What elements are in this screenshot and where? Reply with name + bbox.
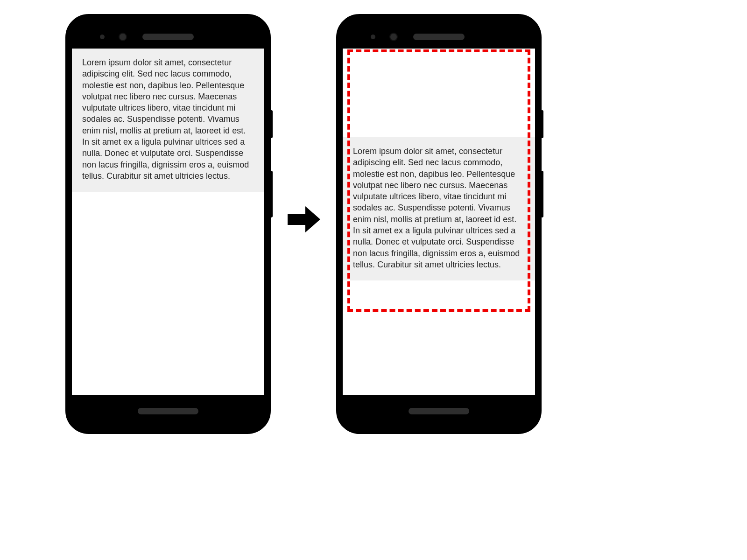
earpiece-speaker-icon [142,34,194,40]
front-camera-icon [119,33,127,41]
content-text-block: Lorem ipsum dolor sit amet, consectetur … [343,137,535,280]
svg-marker-0 [288,206,320,232]
phone-top-bezel [343,21,535,49]
diagram-canvas: Lorem ipsum dolor sit amet, consectetur … [0,0,747,560]
phone-screen-left: Lorem ipsum dolor sit amet, consectetur … [72,49,264,395]
lorem-text: Lorem ipsum dolor sit amet, consectetur … [82,58,249,181]
phone-bottom-bezel [343,395,535,427]
side-button [270,171,273,217]
phone-mockup-left: Lorem ipsum dolor sit amet, consectetur … [65,14,271,434]
phone-bottom-bezel [72,395,264,427]
side-button [541,110,543,138]
lorem-text: Lorem ipsum dolor sit amet, consectetur … [353,147,520,269]
arrow-right-icon [288,205,320,233]
front-camera-icon [389,33,398,41]
phone-body: Lorem ipsum dolor sit amet, consectetur … [343,21,535,427]
phone-mockup-right: Lorem ipsum dolor sit amet, consectetur … [336,14,542,434]
phone-top-bezel [72,21,264,49]
bottom-speaker-icon [409,408,469,414]
content-text-block: Lorem ipsum dolor sit amet, consectetur … [72,49,264,192]
bottom-speaker-icon [138,408,198,414]
phone-screen-right: Lorem ipsum dolor sit amet, consectetur … [343,49,535,395]
proximity-sensor-icon [371,35,375,39]
side-button [541,171,543,217]
phone-body: Lorem ipsum dolor sit amet, consectetur … [72,21,264,427]
earpiece-speaker-icon [413,34,465,40]
side-button [270,110,273,138]
proximity-sensor-icon [100,35,105,39]
